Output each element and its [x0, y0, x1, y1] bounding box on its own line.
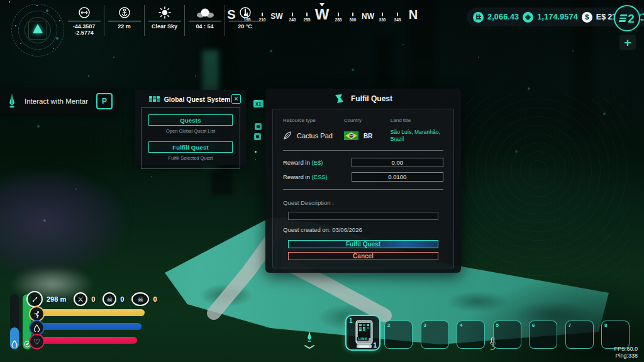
- compass-degree: 195: [240, 18, 255, 22]
- brazil-flag-icon: [344, 131, 358, 140]
- essence-icon: [523, 12, 533, 23]
- slot-number: 1: [349, 317, 353, 324]
- created-date-text: Quest created on: 03/06/2026: [283, 226, 443, 233]
- hotbar-slot-5[interactable]: 5: [493, 321, 521, 349]
- quests-button[interactable]: Quests: [148, 114, 233, 126]
- fulfil-quest-button[interactable]: Fulfil Quest: [288, 240, 438, 248]
- ping-value: Ping:338: [614, 353, 638, 359]
- marker-dots: [255, 151, 257, 153]
- reward-ess-unit: (ESS): [311, 173, 327, 180]
- cancel-button[interactable]: Cancel: [288, 252, 438, 260]
- reward-e-unit: (E$): [311, 159, 323, 166]
- close-icon[interactable]: ✕: [231, 94, 241, 104]
- winged-skull-count: 0: [153, 295, 157, 303]
- resource-mini-icon: [254, 133, 261, 140]
- compass-degree: 300: [345, 18, 360, 22]
- hotbar-slot-6[interactable]: 6: [529, 321, 557, 349]
- global-quest-dialog: Global Quest System ✕ Quests Open Global…: [135, 90, 246, 165]
- compass-cardinal: SW: [268, 12, 286, 21]
- dollar-icon: $: [582, 12, 592, 23]
- hotbar-slot-2[interactable]: 2: [384, 321, 413, 349]
- fulfil-quest-dialog: Fulfil Quest Resource type Country Land …: [265, 89, 461, 273]
- item-count: 1: [373, 342, 377, 349]
- logo-bars-icon: [619, 14, 628, 22]
- hotbar-slot-3[interactable]: 3: [421, 321, 449, 349]
- distance-value: 298 m: [47, 295, 66, 303]
- quest-detail-panel: Resource type Country Land title Cactus …: [272, 109, 454, 268]
- compass-cardinal: S: [223, 8, 240, 22]
- hotbar-slot-7[interactable]: 7: [565, 321, 594, 349]
- key-P-badge: P: [96, 93, 113, 109]
- thirst-vertical-bar: [10, 294, 19, 349]
- distance-compass-icon: [26, 291, 43, 307]
- fulfill-subtitle: Fulfill Selected Quest: [148, 155, 233, 161]
- logo-number: 2: [628, 13, 635, 25]
- description-textarea[interactable]: [288, 212, 438, 220]
- compass-cardinal: W: [313, 6, 331, 23]
- hotbar-slot-8[interactable]: 8: [601, 321, 630, 349]
- water-drop-icon: [10, 340, 19, 348]
- fps-value: FPS:60.0: [614, 346, 638, 353]
- compass-degree: 255: [299, 18, 314, 22]
- resource-mini-icon: [255, 123, 262, 130]
- separator: [283, 189, 443, 190]
- feather-icon: [283, 131, 292, 140]
- earth2-logo[interactable]: 2: [614, 5, 640, 31]
- sword-count: 0: [91, 295, 95, 303]
- resource-name: Cactus Pad: [297, 132, 333, 140]
- quests-subtitle: Open Global Quest List: [148, 128, 233, 134]
- compass-cardinal: NW: [359, 12, 377, 21]
- col-land-title: Land title: [391, 118, 443, 123]
- performance-readout: FPS:60.0 Ping:338: [614, 346, 638, 359]
- separator: [283, 150, 443, 151]
- interact-prompt: Interact with Mentar P: [0, 88, 118, 114]
- winged-skull-icon: ☠: [131, 292, 149, 306]
- link-device-icon: [353, 320, 375, 349]
- resource-count-badge: x1: [253, 100, 264, 107]
- longitude-value: -2.5774: [73, 30, 96, 36]
- hotbar: 2 3 4 5 6 7 8: [384, 321, 630, 349]
- compass-degree: 285: [331, 18, 346, 22]
- skull-icon: ☠: [103, 292, 116, 306]
- player-stats-row: 298 m ⚔ 0 ☠ 0 ☠ 0: [26, 290, 161, 308]
- reward-ess-input[interactable]: 0.0100: [352, 172, 443, 182]
- skull-count: 0: [120, 295, 124, 303]
- reward-ess-label: Reward in: [283, 173, 310, 180]
- quest-scroll-icon: [334, 94, 345, 104]
- hotbar-slot-4[interactable]: 4: [457, 321, 485, 349]
- item-label: LINK: [357, 337, 369, 341]
- fulfill-quest-button[interactable]: Fulfill Quest: [148, 141, 233, 153]
- game-screen: -44.3507 -2.5774 22 m Clear Sky 04 : 54: [0, 0, 644, 362]
- compass-degree: 330: [375, 18, 390, 22]
- mentar-icon: [8, 93, 16, 109]
- quest-row: Cactus Pad BR São Luís, Maranhão, Brazil: [283, 129, 443, 143]
- col-resource-type: Resource type: [283, 118, 344, 123]
- stamina-bar: [36, 309, 145, 316]
- essence-balance: 1,174.9574: [537, 13, 578, 21]
- land-title-line1: São Luís, Maranhão,: [391, 129, 443, 136]
- description-label: Quest Description :: [283, 199, 443, 206]
- health-bar: [36, 337, 137, 344]
- hotbar-slot-1[interactable]: 1 LINK 1: [345, 315, 380, 351]
- add-button[interactable]: +: [619, 35, 636, 50]
- waypoint-marker: [302, 331, 317, 351]
- quest-grid-icon: [149, 96, 160, 101]
- reward-e-input[interactable]: 0.00: [352, 158, 443, 167]
- dialog-title: Fulfil Quest: [351, 94, 392, 103]
- land-title-line2: Brazil: [391, 136, 443, 143]
- compass-cardinal: N: [404, 8, 422, 22]
- compass-degree: 345: [390, 18, 405, 22]
- compass-degree: 240: [285, 18, 300, 22]
- sword-icon: ⚔: [74, 292, 87, 306]
- interact-label: Interact with Mentar: [16, 97, 96, 105]
- reward-e-label: Reward in: [283, 159, 310, 166]
- country-code: BR: [364, 133, 372, 140]
- heart-icon: ♡: [29, 334, 45, 349]
- earth2-token-icon: [473, 12, 484, 23]
- currency-code: E$: [596, 13, 606, 21]
- thirst-bar: [36, 323, 142, 330]
- token-balance: 2,066.43: [487, 13, 519, 21]
- dialog-title: Global Quest System: [163, 96, 231, 103]
- col-country: Country: [344, 118, 391, 123]
